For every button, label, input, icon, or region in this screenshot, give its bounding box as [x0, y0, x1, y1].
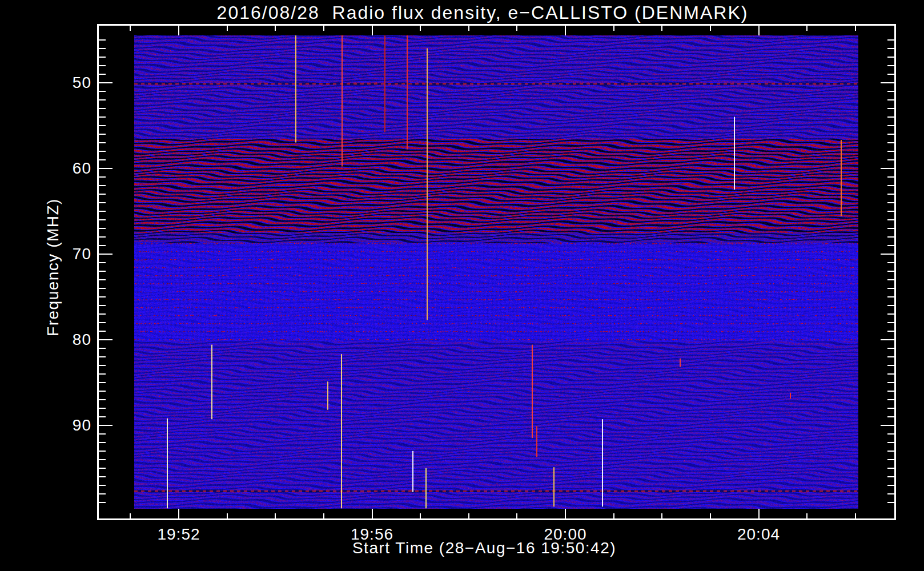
- x-major-tick-top: [372, 26, 373, 35]
- y-minor-tick-left: [99, 39, 106, 41]
- y-major-tick-right: [881, 339, 894, 340]
- x-tick-label: 20:00: [520, 525, 611, 544]
- x-tick-label: 19:56: [327, 525, 418, 544]
- y-axis-title: Frequency (MHZ): [44, 198, 62, 336]
- y-minor-tick-left: [99, 194, 106, 195]
- y-minor-tick-left: [99, 271, 106, 272]
- y-minor-tick-left: [99, 442, 106, 443]
- x-tick-label: 19:52: [133, 525, 224, 544]
- y-minor-tick-right: [887, 151, 894, 152]
- y-minor-tick-left: [99, 176, 106, 178]
- y-minor-tick-right: [887, 74, 894, 75]
- y-minor-tick-left: [99, 468, 106, 469]
- y-minor-tick-right: [887, 305, 894, 306]
- x-minor-tick-top: [806, 26, 808, 31]
- x-minor-tick-bottom: [227, 513, 228, 518]
- x-minor-tick-bottom: [613, 513, 614, 518]
- y-minor-tick-right: [887, 382, 894, 383]
- y-minor-tick-left: [99, 57, 106, 58]
- y-minor-tick-right: [887, 228, 894, 229]
- screen: 2016/08/28 Radio flux density, e−CALLIST…: [0, 0, 924, 571]
- y-tick-label: 50: [54, 74, 91, 92]
- y-minor-tick-right: [887, 57, 894, 58]
- y-major-tick-left: [99, 168, 113, 169]
- x-minor-tick-bottom: [661, 513, 662, 518]
- y-minor-tick-left: [99, 365, 106, 366]
- y-minor-tick-right: [887, 322, 894, 323]
- y-minor-tick-right: [887, 356, 894, 357]
- y-tick-label: 90: [54, 416, 91, 435]
- x-tick-label: 20:04: [713, 525, 805, 544]
- y-minor-tick-left: [99, 313, 106, 315]
- y-major-tick-right: [881, 254, 894, 255]
- y-minor-tick-right: [887, 331, 894, 332]
- y-minor-tick-right: [887, 91, 894, 92]
- y-minor-tick-left: [99, 408, 106, 409]
- x-major-tick-bottom: [758, 509, 760, 518]
- y-minor-tick-left: [99, 348, 106, 349]
- y-major-tick-right: [881, 168, 894, 169]
- y-minor-tick-right: [887, 468, 894, 469]
- y-minor-tick-right: [887, 134, 894, 135]
- y-minor-tick-left: [99, 245, 106, 246]
- y-minor-tick-right: [887, 485, 894, 486]
- x-minor-tick-bottom: [468, 513, 469, 518]
- y-minor-tick-left: [99, 134, 106, 135]
- y-major-tick-right: [881, 425, 894, 426]
- x-minor-tick-top: [710, 26, 711, 31]
- y-minor-tick-left: [99, 485, 106, 486]
- y-minor-tick-right: [887, 219, 894, 220]
- x-major-tick-top: [565, 26, 566, 35]
- y-minor-tick-left: [99, 211, 106, 212]
- y-minor-tick-right: [887, 202, 894, 203]
- y-minor-tick-left: [99, 142, 106, 143]
- x-minor-tick-top: [275, 26, 276, 31]
- y-major-tick-left: [99, 254, 113, 255]
- y-minor-tick-right: [887, 408, 894, 409]
- x-minor-tick-top: [130, 26, 131, 31]
- x-minor-tick-top: [516, 26, 517, 31]
- spectrogram-image: [134, 35, 858, 509]
- y-minor-tick-left: [99, 185, 106, 186]
- y-minor-tick-left: [99, 356, 106, 357]
- plot-title: 2016/08/28 Radio flux density, e−CALLIST…: [217, 2, 749, 23]
- y-minor-tick-left: [99, 433, 106, 435]
- y-major-tick-left: [99, 82, 113, 83]
- y-minor-tick-left: [99, 382, 106, 383]
- y-minor-tick-left: [99, 151, 106, 152]
- y-minor-tick-left: [99, 108, 106, 109]
- y-minor-tick-left: [99, 399, 106, 400]
- x-minor-tick-bottom: [420, 513, 421, 518]
- y-minor-tick-right: [887, 48, 894, 49]
- y-minor-tick-left: [99, 236, 106, 238]
- y-minor-tick-right: [887, 296, 894, 297]
- y-major-tick-right: [881, 82, 894, 83]
- y-minor-tick-left: [99, 373, 106, 375]
- y-minor-tick-left: [99, 331, 106, 332]
- y-minor-tick-left: [99, 219, 106, 220]
- y-minor-tick-right: [887, 459, 894, 460]
- y-minor-tick-right: [887, 399, 894, 400]
- x-minor-tick-bottom: [130, 513, 131, 518]
- y-minor-tick-right: [887, 125, 894, 126]
- x-major-tick-bottom: [372, 509, 373, 518]
- y-minor-tick-left: [99, 279, 106, 280]
- x-minor-tick-bottom: [806, 513, 808, 518]
- y-minor-tick-right: [887, 65, 894, 66]
- y-minor-tick-right: [887, 159, 894, 160]
- y-minor-tick-right: [887, 493, 894, 494]
- y-tick-label: 80: [54, 331, 91, 349]
- y-minor-tick-right: [887, 99, 894, 100]
- x-minor-tick-top: [613, 26, 614, 31]
- y-minor-tick-right: [887, 373, 894, 375]
- x-major-tick-top: [758, 26, 760, 35]
- y-minor-tick-left: [99, 296, 106, 297]
- y-minor-tick-left: [99, 288, 106, 289]
- x-minor-tick-bottom: [855, 513, 856, 518]
- y-minor-tick-left: [99, 391, 106, 392]
- y-tick-label: 70: [54, 245, 91, 263]
- y-minor-tick-right: [887, 391, 894, 392]
- y-minor-tick-left: [99, 476, 106, 477]
- y-minor-tick-left: [99, 322, 106, 323]
- y-minor-tick-left: [99, 305, 106, 306]
